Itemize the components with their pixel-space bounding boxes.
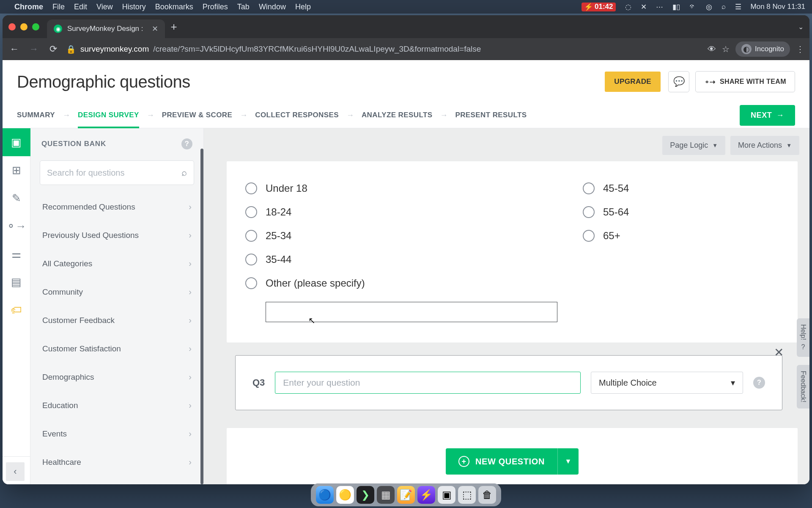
menu-file[interactable]: File [52, 3, 65, 11]
rail-question-bank[interactable]: ▣ [3, 128, 30, 156]
page-logic-button[interactable]: Page Logic▼ [662, 136, 725, 155]
radio-option[interactable]: Other (please specify) [245, 271, 557, 295]
share-icon: ⚬⇢ [704, 78, 716, 86]
incognito-badge[interactable]: Incognito [735, 41, 790, 57]
category-item[interactable]: Recommended Questions› [30, 193, 203, 221]
other-specify-input[interactable] [266, 302, 557, 322]
category-item[interactable]: Healthcare› [30, 448, 203, 476]
new-question-button[interactable]: + NEW QUESTION [446, 448, 557, 475]
category-item[interactable]: All Categories› [30, 249, 203, 278]
menu-window[interactable]: Window [259, 3, 286, 11]
category-item[interactable]: Community› [30, 278, 203, 306]
radio-option[interactable]: 18-24 [245, 200, 557, 224]
rail-builder[interactable]: ⊞ [3, 156, 30, 184]
category-item[interactable]: Demographics› [30, 363, 203, 391]
category-list: Recommended Questions› Previously Used Q… [30, 193, 203, 484]
feedback-side-tab[interactable]: Feedback! [797, 365, 809, 409]
help-side-tab[interactable]: Help!? [797, 318, 809, 357]
wifi-icon[interactable]: ᯤ [689, 3, 697, 11]
star-bookmark-icon[interactable]: ☆ [722, 44, 730, 54]
battery-icon[interactable]: ▮▯ [672, 3, 680, 11]
rail-layout[interactable]: ▤ [3, 268, 30, 296]
radio-option[interactable]: 45-54 [583, 177, 779, 200]
menu-history[interactable]: History [122, 3, 146, 11]
next-button[interactable]: NEXT → [740, 105, 795, 126]
radio-option[interactable]: 55-64 [583, 200, 779, 224]
radio-option[interactable]: Under 18 [245, 177, 557, 200]
step-present-results[interactable]: PRESENT RESULTS [455, 102, 527, 128]
search-input[interactable] [47, 168, 181, 178]
control-center-icon[interactable]: ☰ [735, 3, 741, 11]
step-analyze-results[interactable]: ANALYZE RESULTS [362, 102, 433, 128]
radio-option[interactable]: 25-34 [245, 224, 557, 248]
dock-app-icon[interactable]: ▦ [377, 486, 395, 504]
upgrade-button[interactable]: UPGRADE [605, 72, 661, 92]
dock-finder-icon[interactable]: 🔵 [316, 486, 334, 504]
browser-tab[interactable]: ◉ SurveyMonkey Design : ✕ [47, 19, 165, 38]
menu-view[interactable]: View [96, 3, 113, 11]
rail-options[interactable]: ⚌ [3, 240, 30, 268]
category-label: Events [42, 429, 67, 439]
question-search[interactable]: ⌕ [40, 160, 194, 185]
share-with-team-button[interactable]: ⚬⇢ SHARE WITH TEAM [695, 71, 795, 92]
radio-option[interactable]: 65+ [583, 224, 779, 248]
dock-app-icon[interactable]: ▣ [438, 486, 455, 504]
category-item[interactable]: Customer Satisfaction› [30, 334, 203, 363]
status-icon[interactable]: ◌ [625, 3, 631, 11]
window-minimize-button[interactable] [20, 23, 27, 30]
comment-button[interactable]: 💬 [668, 71, 689, 92]
menubar-app-name[interactable]: Chrome [14, 3, 43, 11]
dock-app-icon[interactable]: ⬚ [458, 486, 476, 504]
user-icon[interactable]: ◎ [706, 3, 712, 11]
step-design-survey[interactable]: DESIGN SURVEY [78, 102, 139, 128]
more-actions-button[interactable]: More Actions▼ [730, 136, 799, 155]
category-item[interactable]: Events› [30, 420, 203, 448]
category-item[interactable]: Education› [30, 391, 203, 420]
chevron-right-icon: › [189, 259, 192, 268]
step-summary[interactable]: SUMMARY [17, 102, 55, 128]
tab-close-icon[interactable]: ✕ [152, 24, 158, 33]
menubar-clock[interactable]: Mon 8 Nov 11:31 [751, 3, 805, 11]
rail-tags[interactable]: 🏷 [3, 296, 30, 324]
new-question-dropdown[interactable]: ▼ [557, 448, 579, 475]
chrome-menu-icon[interactable]: ⋮ [796, 44, 804, 54]
category-item[interactable]: Previously Used Questions› [30, 221, 203, 249]
rail-appearance[interactable]: ✎ [3, 184, 30, 212]
category-item[interactable]: Customer Feedback› [30, 306, 203, 334]
nav-back-icon[interactable]: ← [8, 44, 21, 55]
spotlight-icon[interactable]: ⌕ [721, 3, 726, 11]
dock-terminal-icon[interactable]: ❯ [357, 486, 374, 504]
menu-help[interactable]: Help [295, 3, 311, 11]
url-field[interactable]: 🔒 surveymonkey.com /create/?sm=JVk5lDHcy… [66, 44, 702, 54]
question-card-age[interactable]: Under 18 18-24 25-34 35-44 Other (please… [227, 161, 798, 342]
new-tab-button[interactable]: + [171, 21, 177, 32]
radio-option[interactable]: 35-44 [245, 248, 557, 271]
tabs-dropdown-icon[interactable]: ⌄ [798, 23, 804, 31]
dock-app-icon[interactable]: 📝 [397, 486, 415, 504]
window-close-button[interactable] [8, 23, 16, 30]
menu-edit[interactable]: Edit [74, 3, 87, 11]
step-preview-score[interactable]: PREVIEW & SCORE [162, 102, 233, 128]
window-maximize-button[interactable] [32, 23, 39, 30]
help-icon[interactable]: ? [181, 138, 192, 149]
status-icon[interactable]: ✕ [641, 3, 647, 11]
rail-logic[interactable]: ⚬→ [3, 212, 30, 240]
dock-trash-icon[interactable]: 🗑 [478, 486, 496, 504]
step-arrow-icon: → [147, 111, 154, 120]
question-type-select[interactable]: Multiple Choice ▾ [591, 372, 743, 394]
menu-bookmarks[interactable]: Bookmarks [155, 3, 193, 11]
url-path: /create/?sm=JVk5lDHcyfUm83YRCfMKrui6sHYH… [153, 44, 481, 54]
dock-app-icon[interactable]: ⚡ [417, 486, 435, 504]
collapse-sidebar-button[interactable]: ‹ [6, 462, 25, 481]
question-text-input[interactable] [275, 372, 581, 394]
nav-reload-icon[interactable]: ⟳ [47, 44, 60, 55]
dock-chrome-icon[interactable]: 🟡 [336, 486, 354, 504]
status-icon[interactable]: ⋯ [656, 3, 663, 11]
menu-profiles[interactable]: Profiles [203, 3, 228, 11]
help-icon[interactable]: ? [753, 377, 765, 389]
menu-tab[interactable]: Tab [237, 3, 250, 11]
eye-off-icon[interactable]: 👁 [708, 44, 716, 54]
close-editor-icon[interactable]: ✕ [774, 345, 784, 359]
step-collect-responses[interactable]: COLLECT RESPONSES [255, 102, 339, 128]
battery-status[interactable]: 01:42 [582, 3, 615, 11]
